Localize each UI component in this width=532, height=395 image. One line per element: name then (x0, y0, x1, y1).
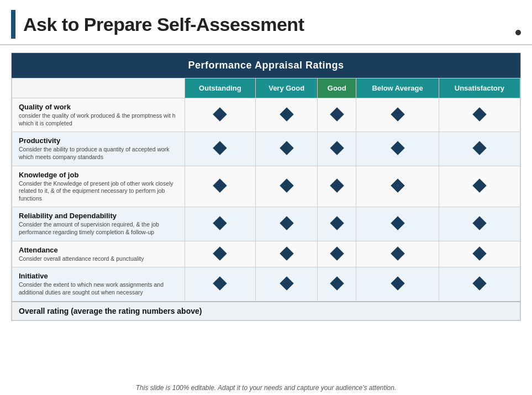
diamond-icon (280, 141, 293, 155)
row-desc: Consider the amount of supervision requi… (19, 221, 178, 236)
rating-cell (439, 132, 520, 166)
row-title: Reliability and Dependability (19, 212, 178, 220)
col-below-average: Below Average (356, 78, 439, 98)
row-title: Quality of work (19, 103, 178, 111)
row-title: Productivity (19, 136, 178, 145)
rating-cell (185, 166, 255, 207)
header-dot (515, 30, 521, 35)
appraisal-table: Outstanding Very Good Good Below Average… (12, 78, 520, 320)
table-row: Reliability and DependabilityConsider th… (12, 207, 520, 241)
row-label-cell: Knowledge of jobConsider the Knowledge o… (12, 166, 185, 207)
rating-cell (356, 267, 439, 302)
diamond-icon (472, 276, 486, 290)
row-desc: consider the quality of work produced & … (19, 112, 178, 127)
diamond-icon (472, 178, 486, 192)
row-title: Attendance (19, 246, 178, 254)
diamond-icon (391, 107, 404, 121)
rating-cell (255, 241, 317, 267)
rating-cell (318, 267, 356, 302)
rating-cell (439, 207, 520, 241)
overall-rating-row: Overall rating (average the rating numbe… (12, 302, 520, 320)
table-row: Quality of workconsider the quality of w… (12, 98, 520, 132)
diamond-icon (472, 216, 486, 230)
rating-cell (318, 241, 356, 267)
col-outstanding: Outstanding (185, 78, 255, 98)
table-title-row: Performance Appraisal Ratings (12, 53, 520, 78)
rating-cell (356, 166, 439, 207)
row-title: Knowledge of job (19, 171, 178, 179)
rating-cell (439, 267, 520, 302)
diamond-icon (472, 141, 486, 155)
row-desc: Consider overall attendance record & pun… (19, 255, 178, 263)
rating-cell (318, 166, 356, 207)
diamond-icon (330, 216, 344, 230)
rating-cell (318, 132, 356, 166)
diamond-icon (213, 141, 227, 155)
table-header-row: Outstanding Very Good Good Below Average… (12, 78, 520, 98)
rating-cell (318, 98, 356, 132)
row-label-cell: Reliability and DependabilityConsider th… (12, 207, 185, 241)
rating-cell (185, 207, 255, 241)
rating-cell (356, 132, 439, 166)
diamond-icon (330, 141, 344, 155)
page: Ask to Prepare Self-Assessment Performan… (0, 0, 532, 395)
col-unsatisfactory: Unsatisfactory (439, 78, 520, 98)
rating-cell (318, 207, 356, 241)
diamond-icon (280, 178, 293, 192)
header: Ask to Prepare Self-Assessment (0, 0, 532, 45)
table-row: ProductivityConsider the ability to prod… (12, 132, 520, 166)
rating-cell (255, 166, 317, 207)
diamond-icon (391, 246, 404, 260)
row-label-cell: Quality of workconsider the quality of w… (12, 98, 185, 132)
col-good: Good (318, 78, 356, 98)
row-desc: Consider the extent to which new work as… (19, 281, 178, 296)
diamond-icon (213, 178, 227, 192)
diamond-icon (213, 107, 227, 121)
rating-cell (439, 98, 520, 132)
table-row: Knowledge of jobConsider the Knowledge o… (12, 166, 520, 207)
table-row: AttendanceConsider overall attendance re… (12, 241, 520, 267)
row-label-cell: InitiativeConsider the extent to which n… (12, 267, 185, 302)
rating-cell (185, 98, 255, 132)
overall-label: Overall rating (average the rating numbe… (12, 302, 520, 320)
rating-cell (185, 241, 255, 267)
rating-cell (356, 98, 439, 132)
rating-cell (439, 166, 520, 207)
row-desc: Consider the Knowledge of present job of… (19, 180, 178, 203)
diamond-icon (391, 141, 404, 155)
rating-cell (356, 241, 439, 267)
diamond-icon (280, 276, 293, 290)
rating-cell (255, 267, 317, 302)
col-criteria (12, 78, 185, 98)
diamond-icon (330, 276, 344, 290)
diamond-icon (280, 107, 293, 121)
rating-cell (439, 241, 520, 267)
diamond-icon (280, 246, 293, 260)
diamond-icon (472, 246, 486, 260)
diamond-icon (391, 216, 404, 230)
rating-cell (255, 98, 317, 132)
diamond-icon (330, 246, 344, 260)
footer: This slide is 100% editable. Adapt it to… (0, 380, 532, 395)
diamond-icon (472, 107, 486, 121)
rating-cell (185, 267, 255, 302)
table-row: InitiativeConsider the extent to which n… (12, 267, 520, 302)
rating-cell (255, 132, 317, 166)
diamond-icon (391, 178, 404, 192)
page-title: Ask to Prepare Self-Assessment (23, 14, 304, 35)
table-section-title: Performance Appraisal Ratings (188, 60, 344, 71)
diamond-icon (330, 178, 344, 192)
main-content: Performance Appraisal Ratings Outstandin… (0, 48, 532, 380)
header-accent (11, 10, 15, 39)
rating-cell (185, 132, 255, 166)
row-desc: Consider the ability to produce a quanti… (19, 146, 178, 161)
row-title: Initiative (19, 272, 178, 280)
table-container: Performance Appraisal Ratings Outstandin… (11, 52, 521, 321)
col-very-good: Very Good (255, 78, 317, 98)
diamond-icon (280, 216, 293, 230)
rating-cell (356, 207, 439, 241)
row-label-cell: ProductivityConsider the ability to prod… (12, 132, 185, 166)
diamond-icon (213, 276, 227, 290)
diamond-icon (391, 276, 404, 290)
diamond-icon (213, 246, 227, 260)
